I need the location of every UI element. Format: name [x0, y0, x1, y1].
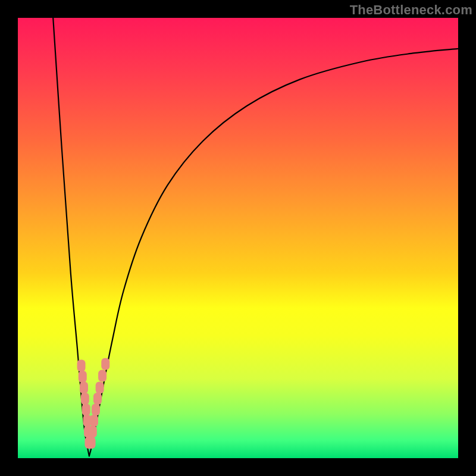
- plot-area: [18, 18, 458, 458]
- chart-frame: TheBottleneck.com: [0, 0, 476, 476]
- curve-canvas: [18, 18, 458, 458]
- watermark-text: TheBottleneck.com: [350, 2, 472, 18]
